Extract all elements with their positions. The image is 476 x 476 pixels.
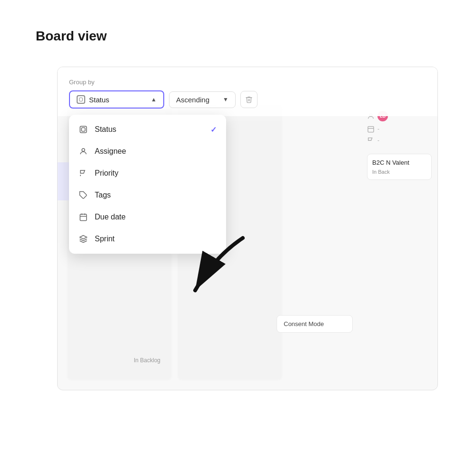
groupby-label: Group by	[69, 79, 426, 86]
status-icon	[79, 125, 88, 134]
trash-icon	[245, 96, 253, 103]
dropdown-item-assignee[interactable]: Assignee	[69, 140, 226, 162]
ascending-select[interactable]: Ascending ▼	[169, 91, 236, 108]
backlog-label: In Backlog	[134, 357, 160, 364]
dropdown-item-sprint[interactable]: Sprint	[69, 228, 226, 250]
tags-icon	[79, 190, 88, 200]
dropdown-status-label: Status	[95, 125, 204, 134]
right-calendar-icon	[367, 125, 375, 133]
chevron-up-icon: ▲	[151, 96, 157, 103]
dropdown-assignee-label: Assignee	[95, 147, 217, 156]
status-icon-inner	[79, 98, 83, 101]
check-icon: ✓	[210, 125, 217, 134]
consent-mode-card: Consent Mode	[277, 315, 353, 333]
status-select-icon	[77, 95, 85, 104]
page-title: Board view	[36, 29, 107, 44]
status-select[interactable]: Status ▲	[69, 90, 164, 109]
ascending-label: Ascending	[176, 96, 209, 104]
status-select-label: Status	[89, 96, 109, 104]
svg-rect-0	[80, 126, 87, 133]
sprint-icon	[79, 234, 88, 244]
svg-rect-5	[80, 214, 87, 221]
groupby-controls: Status ▲ Ascending ▼	[69, 90, 426, 109]
svg-point-2	[82, 149, 85, 151]
duedate-icon	[79, 212, 88, 222]
board-view-container: Task item 👤 📅 Another task Group by	[57, 67, 438, 390]
dropdown-item-tags[interactable]: Tags	[69, 184, 226, 206]
chevron-down-icon: ▼	[223, 96, 228, 103]
right-date-value: -	[377, 126, 379, 132]
right-card-subtitle: In Back	[372, 169, 426, 175]
dropdown-priority-label: Priority	[95, 169, 217, 178]
assignee-icon	[79, 147, 88, 156]
right-priority-row: -	[367, 137, 432, 144]
dropdown-item-priority[interactable]: Priority	[69, 162, 226, 184]
delete-button[interactable]	[240, 91, 258, 108]
svg-rect-10	[368, 127, 374, 132]
dropdown-item-duedate[interactable]: Due date	[69, 206, 226, 228]
dropdown-sprint-label: Sprint	[95, 235, 217, 243]
dropdown-item-status[interactable]: Status ✓	[69, 119, 226, 140]
dropdown-tags-label: Tags	[95, 191, 217, 199]
groupby-dropdown: Status ✓ Assignee Priority	[69, 115, 226, 254]
consent-mode-label: Consent Mode	[284, 320, 324, 327]
right-date-row: -	[367, 125, 432, 133]
priority-icon	[79, 169, 88, 178]
right-priority-value: -	[377, 137, 379, 144]
right-task-card: B2C N Valent In Back	[367, 154, 432, 180]
svg-rect-1	[81, 128, 85, 131]
status-select-left: Status	[77, 95, 109, 104]
right-card-title: B2C N Valent	[372, 159, 426, 166]
dropdown-duedate-label: Due date	[95, 213, 217, 221]
right-priority-icon	[367, 137, 375, 144]
groupby-panel: Group by Status ▲ Ascending ▼	[58, 67, 437, 116]
right-cards-panel: LB - - B2C N Valent In Back	[361, 105, 437, 189]
